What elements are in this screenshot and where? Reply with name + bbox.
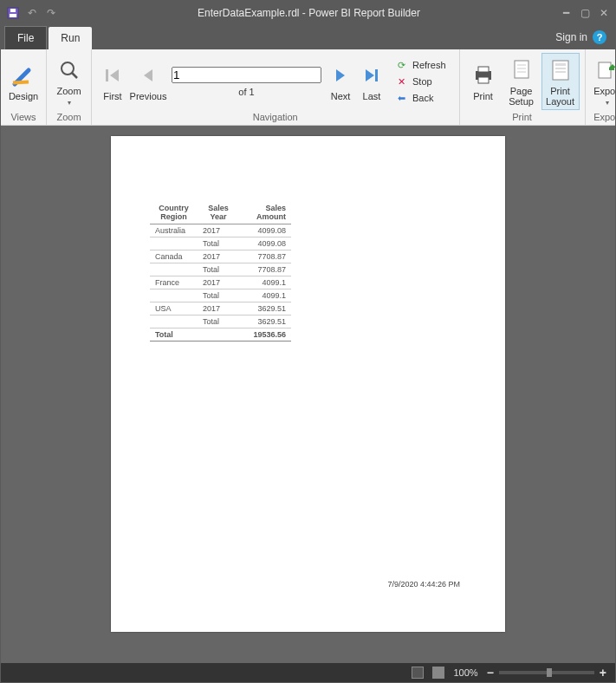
last-label: Last <box>363 91 381 101</box>
cell-year: Total <box>198 237 239 250</box>
print-button[interactable]: Print <box>465 53 502 110</box>
ribbon-group-views: Design Views <box>1 49 47 125</box>
last-icon <box>358 62 386 89</box>
cell-country: Australia <box>150 224 198 237</box>
cell-year: Total <box>198 289 239 302</box>
svg-rect-7 <box>106 69 108 81</box>
ribbon-group-export: Export ▾ Export <box>586 49 616 125</box>
cell-amount: 3629.51 <box>239 315 291 328</box>
svg-marker-10 <box>336 69 345 81</box>
svg-marker-9 <box>144 69 152 81</box>
table-row: Total3629.51 <box>150 315 291 328</box>
svg-rect-23 <box>555 71 566 73</box>
svg-rect-16 <box>515 61 528 78</box>
zoom-percent: 100% <box>453 667 477 678</box>
svg-rect-12 <box>375 69 378 81</box>
maximize-button[interactable]: ▢ <box>579 7 591 19</box>
header-year: Sales Year <box>198 201 239 224</box>
print-layout-button[interactable]: Print Layout <box>541 53 580 110</box>
cell-year: Total <box>198 263 239 276</box>
svg-point-5 <box>62 62 74 75</box>
zoom-thumb[interactable] <box>547 668 552 677</box>
minimize-button[interactable]: ━ <box>560 7 572 19</box>
previous-button[interactable]: Previous <box>128 53 168 110</box>
cell-country: France <box>150 276 198 289</box>
header-amount: Sales Amount <box>239 201 291 224</box>
report-page: Country Region Sales Year Sales Amount A… <box>111 136 505 632</box>
stop-icon: ✕ <box>395 75 407 88</box>
svg-rect-22 <box>555 68 566 69</box>
cell-amount: 7708.87 <box>239 263 291 276</box>
page-setup-button[interactable]: Page Setup <box>503 53 540 110</box>
signin-button[interactable]: Sign in ? <box>547 25 615 49</box>
tab-file[interactable]: File <box>4 26 47 49</box>
cell-amount: 4099.08 <box>239 224 291 237</box>
view-mode-normal-icon[interactable] <box>412 667 424 679</box>
help-icon[interactable]: ? <box>593 30 606 44</box>
back-button[interactable]: ⬅Back <box>390 90 451 106</box>
cell-year: 2017 <box>198 250 239 263</box>
table-row: USA20173629.51 <box>150 302 291 315</box>
zoom-group-label: Zoom <box>47 110 91 125</box>
cell-country <box>150 237 198 250</box>
save-icon[interactable] <box>6 6 20 20</box>
print-layout-icon <box>547 56 574 84</box>
table-row: Total7708.87 <box>150 263 291 276</box>
tab-run[interactable]: Run <box>49 27 92 49</box>
quick-access-toolbar: ↶ ↷ <box>6 6 58 20</box>
last-button[interactable]: Last <box>356 53 387 110</box>
menu-bar: File Run Sign in ? <box>1 25 615 49</box>
navigation-group-label: Navigation <box>92 110 459 125</box>
page-indicator: of 1 <box>168 53 325 110</box>
first-icon <box>99 62 126 89</box>
svg-rect-1 <box>10 14 16 17</box>
window-title: EnterDataExample.rdl - Power BI Report B… <box>58 7 560 19</box>
chevron-down-icon: ▾ <box>68 99 71 107</box>
report-canvas[interactable]: Country Region Sales Year Sales Amount A… <box>1 126 615 663</box>
svg-marker-11 <box>366 69 374 81</box>
first-button[interactable]: First <box>97 53 128 110</box>
ribbon-group-zoom: Zoom ▾ Zoom <box>47 49 92 125</box>
print-group-label: Print <box>460 110 585 125</box>
table-row: Canada20177708.87 <box>150 250 291 263</box>
design-button[interactable]: Design <box>6 53 41 110</box>
zoom-track[interactable] <box>499 671 594 674</box>
stop-button[interactable]: ✕Stop <box>390 74 451 89</box>
zoom-button[interactable]: Zoom ▾ <box>52 53 86 110</box>
view-mode-print-icon[interactable] <box>432 667 444 679</box>
table-row: Total4099.08 <box>150 237 291 250</box>
svg-rect-21 <box>555 63 566 66</box>
ribbon-group-print: Print Page Setup Print Layout Print <box>460 49 586 125</box>
title-bar: ↶ ↷ EnterDataExample.rdl - Power BI Repo… <box>1 1 615 25</box>
page-of-label: of 1 <box>238 87 254 97</box>
svg-marker-8 <box>110 69 119 81</box>
first-label: First <box>103 91 121 101</box>
refresh-icon: ⟳ <box>395 59 407 71</box>
cell-country <box>150 315 198 328</box>
undo-icon[interactable]: ↶ <box>25 6 39 20</box>
cell-year: 2017 <box>198 302 239 315</box>
close-button[interactable]: ✕ <box>598 7 610 19</box>
refresh-button[interactable]: ⟳Refresh <box>390 57 451 73</box>
cell-country <box>150 263 198 276</box>
redo-icon[interactable]: ↷ <box>44 6 58 20</box>
next-label: Next <box>331 91 351 101</box>
next-button[interactable]: Next <box>325 53 356 110</box>
next-icon <box>327 62 354 89</box>
page-number-input[interactable] <box>172 67 321 83</box>
zoom-slider[interactable]: − + <box>487 666 606 680</box>
signin-label: Sign in <box>555 31 587 43</box>
zoom-in-button[interactable]: + <box>600 666 606 680</box>
table-row: Total4099.1 <box>150 289 291 302</box>
svg-rect-2 <box>10 9 16 12</box>
export-group-label: Export <box>586 110 616 125</box>
table-row: France20174099.1 <box>150 276 291 289</box>
svg-rect-15 <box>478 77 489 83</box>
window-controls: ━ ▢ ✕ <box>560 7 610 19</box>
export-button[interactable]: Export ▾ <box>591 53 616 110</box>
cell-country: USA <box>150 302 198 315</box>
zoom-label: Zoom <box>56 86 81 96</box>
cell-year: Total <box>198 315 239 328</box>
zoom-out-button[interactable]: − <box>487 666 494 680</box>
cell-year: 2017 <box>198 224 239 237</box>
